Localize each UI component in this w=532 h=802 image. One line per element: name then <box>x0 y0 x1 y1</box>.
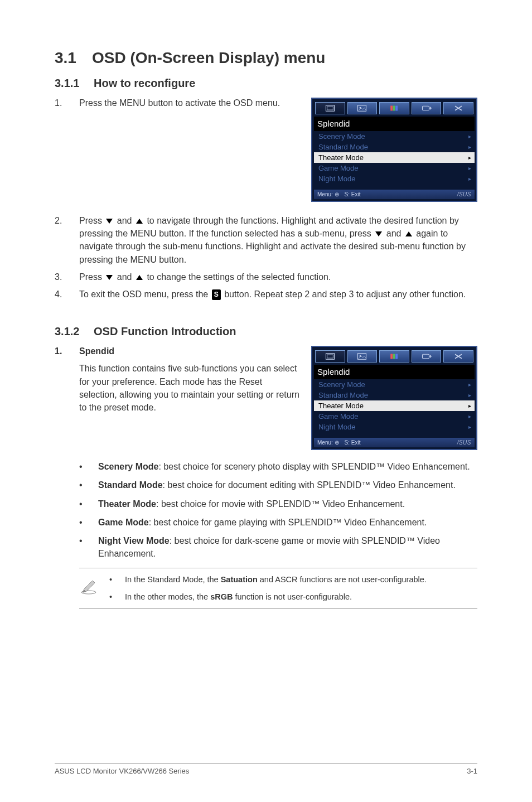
page-footer: ASUS LCD Monitor VK266/VW266 Series 3-1 <box>55 763 477 775</box>
down-triangle-icon <box>106 275 113 280</box>
osd-item-theater: Theater Mode▸ <box>314 400 475 411</box>
osd-brand: /SUS <box>457 439 471 446</box>
spendid-number: 1. <box>55 345 79 357</box>
spendid-desc: This function contains five sub-function… <box>79 362 300 414</box>
osd-item-night: Night Mode▸ <box>314 173 475 184</box>
mode-night: Night View Mode: best choice for dark-sc… <box>79 534 477 560</box>
osd-tabs <box>314 100 475 117</box>
osd-tab-image-icon <box>347 102 378 114</box>
svg-rect-7 <box>422 106 429 110</box>
svg-rect-15 <box>422 354 429 359</box>
osd-tab-splendid-icon <box>315 350 345 363</box>
svg-rect-5 <box>393 106 395 111</box>
subsection-3-1-1: 3.1.1 How to reconfigure <box>55 77 477 90</box>
mode-scenery: Scenery Mode: best choice for scenery ph… <box>79 460 477 473</box>
up-triangle-icon <box>405 231 412 236</box>
svg-rect-14 <box>395 354 398 359</box>
step3-number: 3. <box>55 270 79 283</box>
down-triangle-icon <box>375 231 382 236</box>
osd-item-standard: Standard Mode▸ <box>314 390 475 400</box>
osd-tab-color-icon <box>379 350 409 363</box>
osd-nav-left: Menu: ⊕ S: Exit <box>317 191 360 197</box>
osd-tab-input-icon <box>412 350 442 363</box>
svg-rect-9 <box>327 355 333 358</box>
osd-header: Splendid <box>314 117 475 131</box>
step4-number: 4. <box>55 288 79 301</box>
svg-rect-13 <box>393 354 395 359</box>
subsection-3-1-2: 3.1.2 OSD Function Introduction <box>55 325 477 338</box>
note-1: In the Standard Mode, the Satuation and … <box>109 574 477 586</box>
osd-navbar: Menu: ⊕ S: Exit /SUS <box>314 190 475 199</box>
footer-left: ASUS LCD Monitor VK266/VW266 Series <box>55 767 189 775</box>
osd-header: Splendid <box>314 365 475 379</box>
osd-item-scenery: Scenery Mode▸ <box>314 131 475 142</box>
osd-item-standard: Standard Mode▸ <box>314 142 475 152</box>
down-triangle-icon <box>106 219 113 224</box>
osd-item-scenery: Scenery Mode▸ <box>314 379 475 390</box>
osd-nav-left: Menu: ⊕ S: Exit <box>317 439 360 446</box>
osd-item-game: Game Mode▸ <box>314 163 475 173</box>
s-button-icon: S <box>212 289 221 300</box>
osd-brand: /SUS <box>457 191 471 197</box>
up-triangle-icon <box>136 219 143 224</box>
section-title: 3.1 OSD (On-Screen Display) menu <box>55 49 477 67</box>
osd-tabs <box>314 349 475 365</box>
mode-game: Game Mode: best choice for game playing … <box>79 516 477 529</box>
osd-tab-image-icon <box>347 350 378 363</box>
step3-text: Press and to change the settings of the … <box>79 270 477 283</box>
svg-rect-6 <box>395 106 398 111</box>
svg-rect-4 <box>390 106 393 111</box>
osd-tab-splendid-icon <box>315 102 345 114</box>
step1-number: 1. <box>55 96 79 109</box>
osd-panel-1: Splendid Scenery Mode▸ Standard Mode▸ Th… <box>311 98 477 202</box>
osd-item-theater: Theater Mode▸ <box>314 152 475 163</box>
mode-theater: Theater Mode: best choice for movie with… <box>79 497 477 510</box>
step1-text: Press the MENU button to activate the OS… <box>79 96 300 109</box>
osd-item-night: Night Mode▸ <box>314 422 475 432</box>
up-triangle-icon <box>136 275 143 280</box>
spendid-title: Spendid <box>79 346 114 356</box>
step2-number: 2. <box>55 214 79 266</box>
osd-tab-color-icon <box>379 102 409 114</box>
osd-navbar: Menu: ⊕ S: Exit /SUS <box>314 438 475 447</box>
step4-text: To exit the OSD menu, press the S button… <box>79 288 477 301</box>
osd-tab-system-icon <box>443 350 473 363</box>
note-2: In the other modes, the sRGB function is… <box>109 591 477 603</box>
osd-tab-input-icon <box>412 102 442 114</box>
osd-panel-2: Splendid Scenery Mode▸ Standard Mode▸ Th… <box>311 346 477 450</box>
osd-tab-system-icon <box>443 102 473 114</box>
step2-text: Press and to navigate through the functi… <box>79 214 477 266</box>
svg-rect-12 <box>390 354 393 359</box>
osd-item-game: Game Mode▸ <box>314 411 475 422</box>
note-box: In the Standard Mode, the Satuation and … <box>79 568 477 609</box>
mode-standard: Standard Mode: best choice for document … <box>79 479 477 491</box>
svg-rect-1 <box>327 107 333 110</box>
footer-right: 3-1 <box>467 767 477 775</box>
pencil-note-icon <box>79 576 98 597</box>
